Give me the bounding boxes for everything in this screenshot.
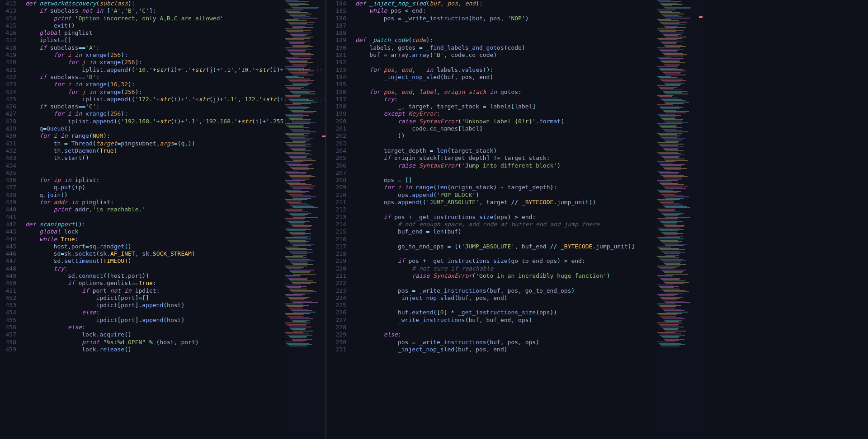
code-line[interactable]: sd.connect((host,port))	[25, 272, 326, 280]
code-line[interactable]: for i in xrange(16,32):	[25, 81, 326, 88]
code-line[interactable]: ipdict[port]=[]	[25, 294, 326, 302]
code-line[interactable]: ipdict[port].append(host)	[25, 317, 326, 324]
code-line[interactable]: for i in range(NUM):	[25, 132, 326, 140]
code-line[interactable]: raise SyntaxError('Goto in an incredibly…	[355, 272, 635, 280]
code-line[interactable]: for pos, end, label, origin_stack in got…	[355, 89, 635, 96]
code-line[interactable]: else:	[25, 309, 326, 316]
code-line[interactable]: ops.append(('JUMP_ABSOLUTE', target // _…	[355, 199, 635, 206]
code-line[interactable]: lock.release()	[25, 346, 326, 353]
code-line[interactable]: th = Thread(target=pingsubnet,args=(q,))	[25, 140, 326, 147]
code-line[interactable]: host,port=sq.randget()	[25, 243, 326, 250]
code-line[interactable]: iplist.append(('172.'+str(i)+'.'+str(j)+…	[25, 96, 326, 103]
code-line[interactable]: lock.acquire()	[25, 331, 326, 338]
code-line[interactable]: _inject_nop_sled(buf, pos, end)	[355, 346, 635, 353]
code-line[interactable]: iplist=[]	[25, 37, 326, 44]
code-line[interactable]: else:	[25, 324, 326, 331]
code-line[interactable]	[355, 169, 635, 177]
code-line[interactable]: for j in xrange(256):	[25, 59, 326, 66]
code-line[interactable]	[355, 206, 635, 213]
code-line[interactable]	[355, 81, 635, 88]
code-line[interactable]: for i in xrange(256):	[25, 110, 326, 117]
code-line[interactable]	[25, 162, 326, 169]
code-line[interactable]: sd.settimeout(TIMEOUT)	[25, 257, 326, 265]
code-line[interactable]: iplist.append(('192.168.'+str(i)+'.1','1…	[25, 118, 326, 125]
editor-pane-right[interactable]: 1841851861871881891901911921931941951961…	[330, 0, 703, 439]
code-line[interactable]: ))	[355, 132, 635, 140]
code-line[interactable]: pos = _write_instructions(buf, pos, go_t…	[355, 287, 635, 294]
code-line[interactable]	[355, 302, 635, 309]
code-line[interactable]: for pos, end, _ in labels.values():	[355, 66, 635, 74]
code-line[interactable]: try:	[355, 96, 635, 103]
code-line[interactable]: labels, gotos = _find_labels_and_gotos(c…	[355, 44, 635, 51]
code-line[interactable]: ops = []	[355, 177, 635, 184]
code-line[interactable]: for i in range(len(origin_stack) - targe…	[355, 184, 635, 191]
code-line[interactable]: _inject_nop_sled(buf, pos, end)	[355, 294, 635, 302]
code-line[interactable]	[355, 59, 635, 66]
minimap-left[interactable]	[285, 0, 326, 439]
code-line[interactable]	[355, 324, 635, 331]
code-line[interactable]: pos = _write_instructions(buf, pos, ops)	[355, 339, 635, 346]
code-line[interactable]: q=Queue()	[25, 125, 326, 132]
code-line[interactable]: def _patch_code(code):	[355, 37, 635, 44]
code-line[interactable]: if options.genlist==True:	[25, 280, 326, 287]
code-line[interactable]: th.start()	[25, 154, 326, 162]
code-line[interactable]: ops.append('POP_BLOCK')	[355, 191, 635, 199]
code-line[interactable]: def networkdiscovery(subclass):	[25, 0, 326, 7]
code-line[interactable]	[25, 169, 326, 177]
code-line[interactable]	[355, 22, 635, 29]
code-line[interactable]: print "%s:%d OPEN" % (host, port)	[25, 339, 326, 346]
code-line[interactable]: pos = _write_instruction(buf, pos, 'NOP'…	[355, 15, 635, 22]
code-line[interactable]: for i in xrange(256):	[25, 51, 326, 59]
code-line[interactable]: print addr,'is reachable.'	[25, 206, 326, 213]
code-line[interactable]: global pinglist	[25, 29, 326, 37]
code-line[interactable]: except KeyError:	[355, 110, 635, 117]
code-line[interactable]	[355, 140, 635, 147]
minimap-right[interactable]	[657, 0, 703, 439]
code-line[interactable]	[355, 236, 635, 243]
code-line[interactable]: th.setDaemon(True)	[25, 147, 326, 154]
code-line[interactable]: exit()	[25, 22, 326, 29]
code-area-right[interactable]: def _inject_nop_sled(buf, pos, end): whi…	[355, 0, 635, 353]
code-line[interactable]: if origin_stack[:target_depth] != target…	[355, 154, 635, 162]
code-line[interactable]: try:	[25, 265, 326, 272]
code-line[interactable]: if port not in ipdict:	[25, 287, 326, 294]
code-line[interactable]: target_depth = len(target_stack)	[355, 147, 635, 154]
code-line[interactable]: _inject_nop_sled(buf, pos, end)	[355, 74, 635, 81]
code-line[interactable]: raise SyntaxError('Unknown label {0!r}'.…	[355, 118, 635, 125]
code-line[interactable]: ipdict[port].append(host)	[25, 302, 326, 309]
pane-divider[interactable]	[326, 0, 326, 439]
code-line[interactable]: def scanipport():	[25, 221, 326, 228]
code-line[interactable]: for j in xrange(256):	[25, 89, 326, 96]
code-line[interactable]: _write_instructions(buf, buf_end, ops)	[355, 317, 635, 324]
code-line[interactable]: if subclass=='A':	[25, 44, 326, 51]
code-line[interactable]: buf.extend([0] * _get_instructions_size(…	[355, 309, 635, 316]
code-line[interactable]	[25, 214, 326, 221]
code-line[interactable]: code.co_names[label]	[355, 125, 635, 132]
code-line[interactable]: go_to_end_ops = [('JUMP_ABSOLUTE', buf_e…	[355, 243, 635, 250]
code-line[interactable]: # not sure if reachable	[355, 265, 635, 272]
code-line[interactable]: global lock	[25, 228, 326, 235]
code-line[interactable]: while pos < end:	[355, 7, 635, 14]
code-line[interactable]: raise SyntaxError('Jump into different b…	[355, 162, 635, 169]
code-line[interactable]: buf_end = len(buf)	[355, 228, 635, 235]
code-line[interactable]: for addr in pinglist:	[25, 199, 326, 206]
code-line[interactable]	[355, 29, 635, 37]
code-line[interactable]: if pos + _get_instructions_size(ops) > e…	[355, 214, 635, 221]
code-line[interactable]	[355, 280, 635, 287]
code-line[interactable]: if pos + _get_instructions_size(go_to_en…	[355, 257, 635, 265]
code-line[interactable]: for ip in iplist:	[25, 177, 326, 184]
code-area-left[interactable]: def networkdiscovery(subclass): if subcl…	[25, 0, 326, 353]
code-line[interactable]: q.join()	[25, 191, 326, 199]
code-line[interactable]	[355, 250, 635, 257]
code-line[interactable]: else:	[355, 331, 635, 338]
code-line[interactable]: while True:	[25, 236, 326, 243]
code-line[interactable]: if subclass not in ['A','B','C']:	[25, 7, 326, 14]
code-line[interactable]: print 'Option incorrect, only A,B,C are …	[25, 15, 326, 22]
code-line[interactable]: if subclass=='B':	[25, 74, 326, 81]
code-line[interactable]: sd=sk.socket(sk.AF_INET, sk.SOCK_STREAM)	[25, 250, 326, 257]
code-line[interactable]: buf = array.array('B', code.co_code)	[355, 51, 635, 59]
code-line[interactable]: q.put(ip)	[25, 184, 326, 191]
code-line[interactable]: # not enough space, add code at buffer e…	[355, 221, 635, 228]
editor-pane-left[interactable]: 4124134144154164174184194204214224234244…	[0, 0, 326, 439]
code-line[interactable]: iplist.append(('10.'+str(i)+'.'+str(j)+'…	[25, 66, 326, 74]
